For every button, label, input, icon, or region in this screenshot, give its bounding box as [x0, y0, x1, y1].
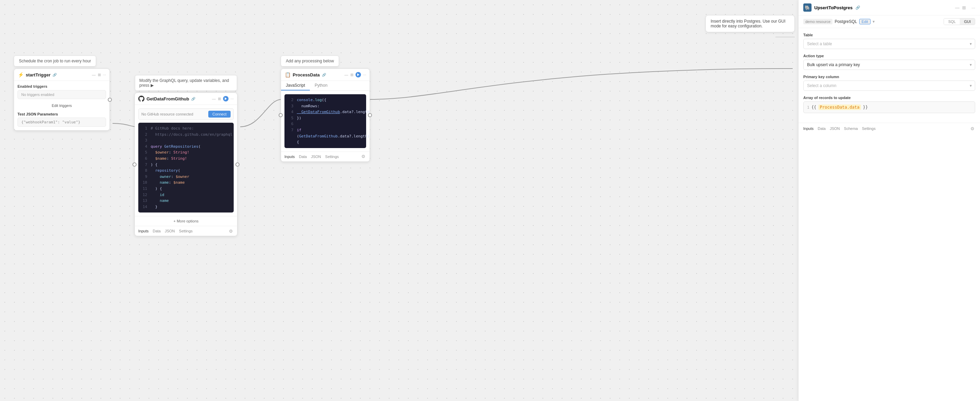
- postgres-tooltip: Insert directly into Postgres. Use our G…: [705, 15, 795, 32]
- postgres-copy-icon[interactable]: 🔗: [856, 5, 860, 10]
- github-left-connector[interactable]: [132, 162, 137, 166]
- code-line-13: 13 name: [141, 198, 231, 204]
- github-connect-bar: No GitHub resource connected Connect: [138, 108, 234, 120]
- postgres-mode-toggle[interactable]: SQL GUI: [943, 18, 975, 25]
- start-trigger-icon: ⚡: [18, 71, 24, 78]
- code-line-14: 14 }: [141, 204, 231, 210]
- process-tile[interactable]: ⊞: [350, 73, 353, 77]
- github-tab-json[interactable]: JSON: [165, 229, 175, 233]
- github-minimize[interactable]: —: [212, 97, 216, 101]
- proc-line-7: 7 if (GetDataFromGithub.data?.length) {: [287, 127, 363, 145]
- github-tab-settings[interactable]: Settings: [179, 229, 193, 233]
- proc-line-6: 6: [287, 121, 363, 127]
- proc-line-2: 2 console.log({: [287, 97, 363, 103]
- process-icon: 📋: [285, 71, 291, 78]
- process-minimize[interactable]: —: [345, 73, 348, 77]
- action-type-form-group: Action type Bulk upsert via a primary ke…: [803, 54, 975, 70]
- table-select[interactable]: Select a table: [803, 39, 975, 49]
- start-trigger-more[interactable]: ···: [103, 73, 106, 77]
- github-node: Modify the GraphQL query, update variabl…: [135, 92, 237, 236]
- array-editor[interactable]: 1 {{ ProcessData.data }}: [803, 101, 975, 113]
- start-trigger-controls[interactable]: — ⊞ ···: [92, 73, 106, 77]
- process-tab-data[interactable]: Data: [299, 155, 307, 158]
- postgres-tab-json[interactable]: JSON: [830, 127, 840, 131]
- code-line-1: 1 # GitHub docs here:: [141, 125, 231, 132]
- postgres-sql-mode[interactable]: SQL: [944, 19, 960, 25]
- edit-triggers-button[interactable]: Edit triggers: [18, 102, 106, 109]
- start-trigger-title: startTrigger: [26, 72, 51, 78]
- postgres-header-controls[interactable]: — ⊞ ···: [955, 5, 975, 10]
- action-type-select[interactable]: Bulk upsert via a primary key: [803, 60, 975, 70]
- process-left-connector[interactable]: [278, 113, 283, 117]
- table-label: Table: [803, 33, 975, 37]
- array-template-close: }}: [863, 105, 868, 110]
- github-tab-inputs[interactable]: Inputs: [138, 229, 149, 233]
- process-run-button[interactable]: [355, 72, 361, 78]
- postgres-minimize[interactable]: —: [955, 5, 959, 10]
- github-right-connector[interactable]: [235, 162, 240, 166]
- table-select-wrapper: Select a table: [803, 39, 975, 49]
- postgres-tab-data[interactable]: Data: [818, 127, 826, 131]
- postgres-tab-schema[interactable]: Schema: [844, 127, 858, 131]
- process-controls[interactable]: — ⊞ ···: [345, 72, 366, 78]
- process-code-editor[interactable]: 2 console.log({ 3 numRows: 4 GetDataFrom…: [285, 94, 366, 148]
- array-var: ProcessData.data: [818, 105, 861, 110]
- github-tile[interactable]: ⊞: [218, 97, 221, 101]
- postgres-edit-button[interactable]: Edit: [859, 19, 870, 24]
- github-tab-data[interactable]: Data: [153, 229, 161, 233]
- code-line-12: 12 id: [141, 192, 231, 198]
- postgres-tab-settings[interactable]: Settings: [862, 127, 876, 131]
- postgres-tile[interactable]: ⊞: [962, 5, 966, 10]
- process-tab-bar: JavaScript Python: [281, 81, 369, 91]
- start-trigger-right-connector[interactable]: [108, 98, 112, 102]
- process-body: 2 console.log({ 3 numRows: 4 GetDataFrom…: [281, 91, 369, 152]
- postgres-panel: 🐘 UpsertToPostgres 🔗 — ⊞ ··· demo resour…: [798, 0, 980, 401]
- process-tab-python[interactable]: Python: [310, 81, 332, 90]
- process-right-connector[interactable]: [368, 113, 372, 117]
- postgres-more[interactable]: ···: [971, 5, 975, 10]
- postgres-dropdown-arrow[interactable]: ▾: [873, 19, 875, 24]
- start-trigger-title-group: ⚡ startTrigger 🔗: [18, 71, 57, 78]
- array-label: Array of records to update: [803, 96, 975, 100]
- postgres-settings-gear[interactable]: ⚙: [970, 126, 975, 131]
- process-more[interactable]: ···: [363, 73, 366, 77]
- start-trigger-minimize[interactable]: —: [92, 73, 96, 77]
- github-settings-gear[interactable]: ⚙: [228, 228, 234, 234]
- github-run-button[interactable]: [223, 96, 229, 101]
- table-form-group: Table Select a table: [803, 33, 975, 49]
- github-more[interactable]: ···: [231, 97, 234, 101]
- process-tab-inputs[interactable]: Inputs: [285, 155, 295, 158]
- github-title: GetDataFromGithub: [146, 96, 189, 101]
- test-json-input[interactable]: {"webhookParam1": "value"}: [18, 117, 106, 127]
- postgres-tooltip-text: Insert directly into Postgres. Use our G…: [711, 19, 786, 29]
- primary-key-label: Primary key column: [803, 75, 975, 79]
- no-triggers-hint: No triggers enabled: [18, 90, 106, 99]
- github-connect-button[interactable]: Connect: [208, 111, 231, 117]
- code-line-5: 5 $owner: String!: [141, 149, 231, 155]
- process-footer: Inputs Data JSON Settings ⚙: [281, 152, 369, 162]
- process-tab-json[interactable]: JSON: [311, 155, 321, 158]
- postgres-body: Table Select a table Action type Bulk up…: [799, 28, 980, 123]
- postgres-gui-mode[interactable]: GUI: [960, 19, 975, 25]
- github-title-group: GetDataFromGithub 🔗: [138, 96, 195, 102]
- process-tab-javascript[interactable]: JavaScript: [281, 81, 310, 90]
- code-line-7: 7 ) {: [141, 162, 231, 168]
- code-line-6: 6 $name: String!: [141, 155, 231, 162]
- process-tab-settings[interactable]: Settings: [325, 155, 339, 158]
- code-line-3: 3: [141, 138, 231, 144]
- github-code-editor[interactable]: 1 # GitHub docs here: 2 https://docs.git…: [138, 123, 234, 212]
- primary-key-form-group: Primary key column Select a column: [803, 75, 975, 91]
- start-trigger-tile[interactable]: ⊞: [98, 73, 101, 77]
- postgres-resource-label: demo resource: [803, 19, 832, 24]
- postgres-resource-name: PostgreSQL: [835, 19, 857, 24]
- github-controls[interactable]: — ⊞ ···: [212, 96, 234, 101]
- process-header: 📋 ProcessData 🔗 — ⊞ ···: [281, 69, 369, 81]
- primary-key-select[interactable]: Select a column: [803, 81, 975, 91]
- postgres-tab-inputs[interactable]: Inputs: [803, 127, 814, 131]
- action-type-label: Action type: [803, 54, 975, 58]
- code-line-4: 4 query GetRepositories(: [141, 144, 231, 150]
- github-more-options[interactable]: + More options: [135, 216, 237, 226]
- cron-hint-bubble: Schedule the cron job to run every hour: [14, 55, 96, 67]
- process-settings-gear[interactable]: ⚙: [361, 154, 366, 159]
- code-line-8: 8 repository(: [141, 168, 231, 174]
